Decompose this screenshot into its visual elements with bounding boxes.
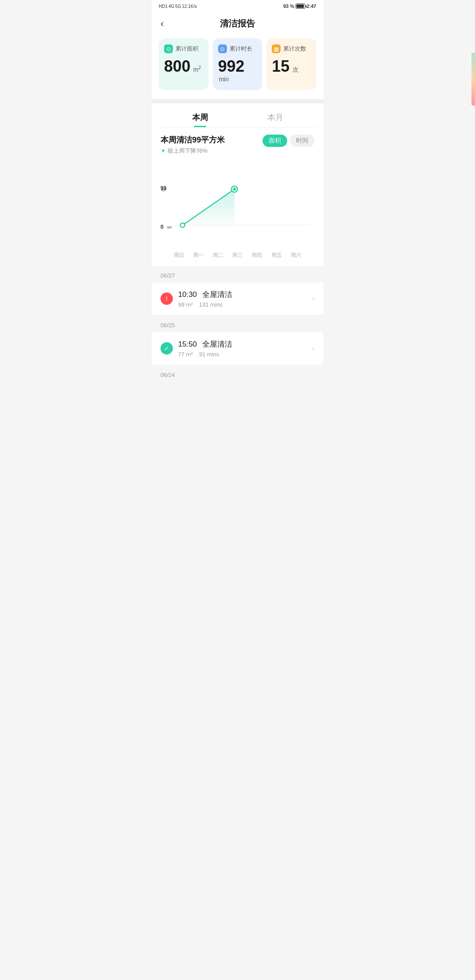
time-icon: ⊙: [218, 44, 227, 53]
date-section-3: 06/24: [152, 366, 323, 382]
stat-area-header: ⊙ 累计面积: [164, 44, 203, 53]
chart-info: 本周清洁99平方米 ▼ 较上周下降76% 面积 时间: [152, 128, 323, 159]
count-value: 15: [272, 57, 289, 75]
tab-week[interactable]: 本周: [162, 112, 238, 127]
time-label: 累计时长: [230, 45, 252, 53]
record-time-2: 15:50: [178, 340, 197, 348]
date-label-1: 06/27: [161, 272, 175, 279]
status-left: HD1 4G 5G 12.1K/s: [159, 4, 197, 9]
date-label-2: 06/25: [161, 322, 175, 329]
area-icon: ⊙: [164, 44, 173, 53]
day-label-mon: 周一: [189, 252, 208, 259]
time-value: 992: [218, 57, 245, 75]
battery-icon: [296, 4, 305, 9]
area-value: 800: [164, 57, 190, 75]
date-label-3: 06/24: [161, 372, 175, 378]
status-bar: HD1 4G 5G 12.1K/s 93 % 2:47: [152, 0, 323, 11]
date-section-2: 06/25: [152, 316, 323, 332]
tab-month[interactable]: 本月: [238, 112, 313, 127]
time-display: 2:47: [307, 4, 316, 9]
stat-time-header: ⊙ 累计时长: [218, 44, 257, 53]
page-title: 清洁报告: [220, 18, 255, 29]
toggle-area-button[interactable]: 面积: [263, 135, 287, 147]
chart-svg: 99 m² 0 m²: [161, 159, 314, 247]
count-value-container: 15 次: [272, 58, 311, 75]
stat-card-time: ⊙ 累计时长 992 min: [213, 38, 263, 90]
time-value-container: 992 min: [218, 58, 257, 83]
day-label-sun: 周日: [169, 252, 189, 259]
record-info-2: 15:50 全屋清洁 77 m² 91 mins: [178, 339, 307, 358]
header: ‹ 清洁报告: [152, 11, 323, 38]
chart-sub: ▼ 较上周下降76%: [161, 147, 225, 155]
stats-section: ⊙ 累计面积 800 m2 ⊙ 累计时长 992 min ▦ 累计次数 15 次: [152, 38, 323, 99]
period-tabs: 本周 本月: [152, 103, 323, 127]
day-label-tue: 周二: [208, 252, 228, 259]
record-info-1: 10:30 全屋清洁 99 m² 131 mins: [178, 289, 307, 308]
svg-text:m²: m²: [167, 225, 172, 230]
day-label-thu: 周四: [247, 252, 267, 259]
chevron-right-icon-1: ›: [312, 295, 314, 303]
trend-arrow-icon: ▼: [161, 148, 166, 154]
chevron-right-icon-2: ›: [312, 344, 314, 352]
day-label-fri: 周五: [267, 252, 286, 259]
record-status-icon-2: ✓: [161, 342, 173, 355]
chart-sub-text: 较上周下降76%: [168, 147, 208, 155]
chart-info-left: 本周清洁99平方米 ▼ 较上周下降76%: [161, 135, 225, 155]
svg-text:0: 0: [161, 224, 164, 230]
status-right: 93 % 2:47: [283, 4, 316, 9]
svg-text:m²: m²: [161, 188, 166, 192]
count-label: 累计次数: [283, 45, 306, 53]
back-button[interactable]: ‹: [161, 18, 164, 29]
count-unit: 次: [292, 66, 299, 73]
stat-card-count: ▦ 累计次数 15 次: [267, 38, 316, 90]
record-time-1: 10:30: [178, 290, 197, 299]
record-duration-1: 131 mins: [199, 301, 223, 308]
chart-section: 本周 本月 本周清洁99平方米 ▼ 较上周下降76% 面积 时间 99 m² 0…: [152, 103, 323, 266]
area-label: 累计面积: [175, 45, 198, 53]
svg-point-8: [180, 223, 185, 227]
date-section-1: 06/27: [152, 266, 323, 282]
day-label-wed: 周三: [228, 252, 247, 259]
record-item-1[interactable]: ! 10:30 全屋清洁 99 m² 131 mins ›: [152, 282, 323, 315]
record-details-1: 99 m² 131 mins: [178, 301, 307, 308]
area-unit: m2: [194, 66, 201, 73]
record-area-2: 77 m²: [178, 351, 193, 358]
time-unit: min: [219, 76, 229, 83]
toggle-group: 面积 时间: [263, 135, 314, 147]
record-title-2: 15:50 全屋清洁: [178, 339, 307, 349]
record-type-2: 全屋清洁: [202, 340, 232, 348]
stat-count-header: ▦ 累计次数: [272, 44, 311, 53]
record-details-2: 77 m² 91 mins: [178, 351, 307, 358]
toggle-time-button[interactable]: 时间: [290, 135, 314, 147]
record-status-icon-1: !: [161, 293, 173, 305]
svg-point-10: [233, 187, 236, 190]
record-duration-2: 91 mins: [199, 351, 219, 358]
record-item-2[interactable]: ✓ 15:50 全屋清洁 77 m² 91 mins ›: [152, 332, 323, 365]
chart-container: 99 m² 0 m²: [152, 159, 323, 259]
record-area-1: 99 m²: [178, 301, 193, 308]
day-label-sat: 周六: [286, 252, 306, 259]
section-divider: [152, 99, 323, 103]
record-title-1: 10:30 全屋清洁: [178, 289, 307, 300]
area-value-container: 800 m2: [164, 58, 203, 75]
stat-card-area: ⊙ 累计面积 800 m2: [159, 38, 208, 90]
battery-level: 93: [283, 4, 289, 9]
count-icon: ▦: [272, 44, 281, 53]
day-labels: 周日 周一 周二 周三 周四 周五 周六: [161, 249, 314, 259]
chart-main-title: 本周清洁99平方米: [161, 135, 225, 145]
record-type-1: 全屋清洁: [202, 290, 232, 299]
